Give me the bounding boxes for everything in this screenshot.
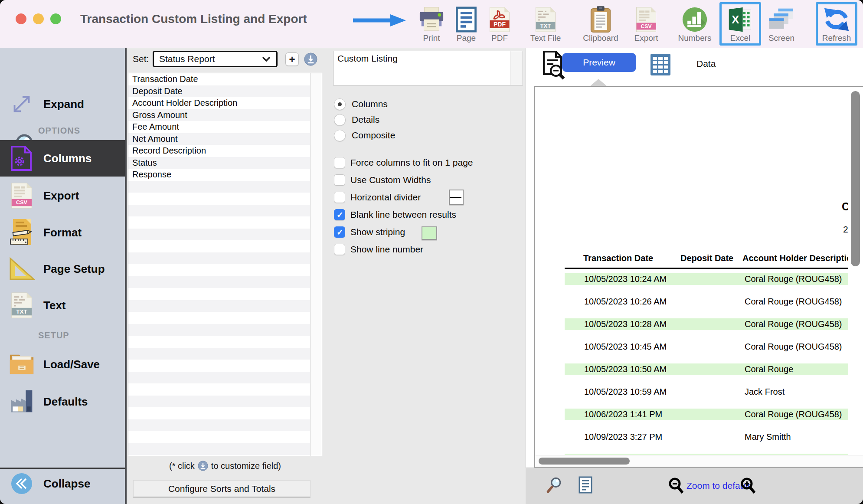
tab-data[interactable]: Data <box>696 59 716 69</box>
radio-button[interactable] <box>334 98 346 110</box>
footer-document-icon[interactable] <box>579 476 592 494</box>
customize-field-button[interactable] <box>304 52 317 66</box>
columns-gear-doc-icon <box>0 145 43 172</box>
data-grid-icon <box>651 54 670 75</box>
sidebar-item-expand[interactable]: Expand <box>0 89 125 119</box>
listing-title-scrollbar[interactable] <box>510 51 523 85</box>
close-window-button[interactable] <box>16 13 26 24</box>
field-list-item[interactable]: Net Amount <box>128 133 314 145</box>
scrollbar-thumb[interactable] <box>851 91 860 266</box>
folder-icon <box>0 352 43 377</box>
sidebar: Expand Search OPTIONS Columns CSV Export <box>0 48 125 504</box>
toolbar-page-button[interactable]: Page <box>447 2 485 46</box>
checkbox[interactable] <box>334 192 345 203</box>
preview-pointer-triangle <box>590 79 607 86</box>
checkbox[interactable] <box>334 174 345 186</box>
checkbox-show-striping[interactable]: Show striping <box>334 226 405 239</box>
toolbar-print-button[interactable]: Print <box>412 2 451 46</box>
svg-text:CSV: CSV <box>16 200 27 206</box>
divider-style-swatch[interactable] <box>449 190 464 205</box>
toolbar-clipboard-button[interactable]: Clipboard <box>578 2 623 46</box>
screen-windows-icon <box>768 6 794 33</box>
table-row: 10/05/2023 10:59 AMJack Frost <box>565 386 848 398</box>
table-row: 10/05/2023 10:26 AMCoral Rouge (ROUG458) <box>565 296 848 308</box>
checkbox-blank-line[interactable]: Blank line between results <box>334 208 456 221</box>
checkbox[interactable] <box>334 209 345 220</box>
preview-page-subtitle-clipped: 2 <box>843 224 848 235</box>
preview-vertical-scrollbar[interactable] <box>848 87 863 455</box>
checkbox-force-columns[interactable]: Force columns to fit on 1 page <box>334 156 473 169</box>
sidebar-item-format[interactable]: Format <box>0 217 125 248</box>
numbers-chart-icon <box>682 6 708 33</box>
sidebar-item-load-save[interactable]: Load/Save <box>0 349 125 380</box>
add-set-button[interactable]: + <box>285 52 299 66</box>
radio-composite[interactable]: Composite <box>334 129 395 142</box>
sidebar-item-collapse[interactable]: Collapse <box>0 471 125 497</box>
set-select-value: Status Report <box>159 54 262 64</box>
field-list-item[interactable]: Transaction Date <box>128 73 314 85</box>
zoom-window-button[interactable] <box>50 13 61 24</box>
table-row: 10/05/2023 10:50 AMCoral Rouge <box>565 363 848 375</box>
preview-horizontal-scrollbar[interactable] <box>535 455 863 467</box>
checkbox[interactable] <box>334 244 345 255</box>
svg-text:CSV: CSV <box>641 23 652 29</box>
app-window: Transaction Custom Listing and Export Pr… <box>0 0 863 504</box>
preview-page: C 2 Transaction Date Deposit Date Accoun… <box>535 87 848 455</box>
zoom-out-icon[interactable] <box>668 477 684 494</box>
listing-title-value: Custom Listing <box>337 53 398 64</box>
sidebar-item-page-setup[interactable]: Page Setup <box>0 253 125 285</box>
sidebar-item-export[interactable]: CSV Export <box>0 180 125 211</box>
table-row: 10/06/2023 1:41 PMCoral Rouge (ROUG458) <box>565 409 848 420</box>
checkbox-use-custom-widths[interactable]: Use Custom Widths <box>334 173 431 187</box>
set-select[interactable]: Status Report <box>153 51 278 67</box>
printer-icon <box>418 6 445 33</box>
page-icon <box>455 6 477 33</box>
sidebar-item-text[interactable]: TXT Text <box>0 290 125 321</box>
scrollbar-thumb[interactable] <box>539 458 630 465</box>
radio-details[interactable]: Details <box>334 113 379 126</box>
toolbar-excel-button[interactable]: X Excel <box>719 2 761 46</box>
expand-icon <box>0 91 43 118</box>
sidebar-item-defaults[interactable]: Defaults <box>0 386 125 417</box>
zoom-in-icon[interactable] <box>740 477 756 494</box>
checkbox[interactable] <box>334 226 345 238</box>
configure-sorts-totals-button[interactable]: Configure Sorts and Totals <box>133 480 311 497</box>
download-icon <box>198 461 208 471</box>
sidebar-footer-divider <box>0 468 125 469</box>
set-square-icon <box>0 256 43 282</box>
sidebar-setup-header: SETUP <box>38 331 69 340</box>
field-list-scrollbar[interactable] <box>310 73 322 456</box>
svg-text:PDF: PDF <box>494 21 506 28</box>
checkbox-horizontal-divider[interactable]: Horizontal divider <box>334 191 421 204</box>
field-list-item[interactable]: Status <box>128 157 314 169</box>
refresh-icon <box>824 6 850 33</box>
toolbar-pdf-button[interactable]: PDF PDF <box>481 2 519 46</box>
listing-title-input[interactable]: Custom Listing <box>333 51 523 85</box>
toolbar-numbers-button[interactable]: Numbers <box>672 2 717 46</box>
field-list-item[interactable]: Record Description <box>128 145 314 157</box>
toolbar-screen-button[interactable]: Screen <box>761 2 802 46</box>
format-doc-icon <box>0 218 43 247</box>
field-list-item[interactable]: Fee Amount <box>128 121 314 133</box>
radio-button[interactable] <box>334 130 346 141</box>
minimize-window-button[interactable] <box>33 13 44 24</box>
svg-text:TXT: TXT <box>16 308 27 315</box>
table-row: 10/05/2023 10:28 AMCoral Rouge (ROUG458) <box>565 318 848 330</box>
field-list-item[interactable]: Gross Amount <box>128 109 314 121</box>
field-list-item[interactable]: Deposit Date <box>128 85 314 98</box>
field-list-item[interactable]: Response <box>128 169 314 181</box>
checkbox[interactable] <box>334 157 345 168</box>
radio-columns[interactable]: Columns <box>334 98 388 111</box>
tab-preview[interactable]: Preview <box>562 53 636 72</box>
sidebar-item-columns[interactable]: Columns <box>0 140 125 177</box>
footer-magnifier-icon[interactable] <box>546 475 563 494</box>
striping-color-swatch[interactable] <box>422 226 437 240</box>
title-bar: Transaction Custom Listing and Export Pr… <box>0 0 863 48</box>
field-list-item[interactable]: Account Holder Description <box>128 97 314 109</box>
radio-button[interactable] <box>334 114 346 126</box>
toolbar-text-file-button[interactable]: TXT Text File <box>523 2 568 46</box>
toolbar-export-button[interactable]: CSV Export <box>627 2 665 46</box>
clipboard-icon <box>589 6 612 33</box>
checkbox-show-line-number[interactable]: Show line number <box>334 243 423 256</box>
toolbar-refresh-button[interactable]: Refresh <box>816 2 857 46</box>
